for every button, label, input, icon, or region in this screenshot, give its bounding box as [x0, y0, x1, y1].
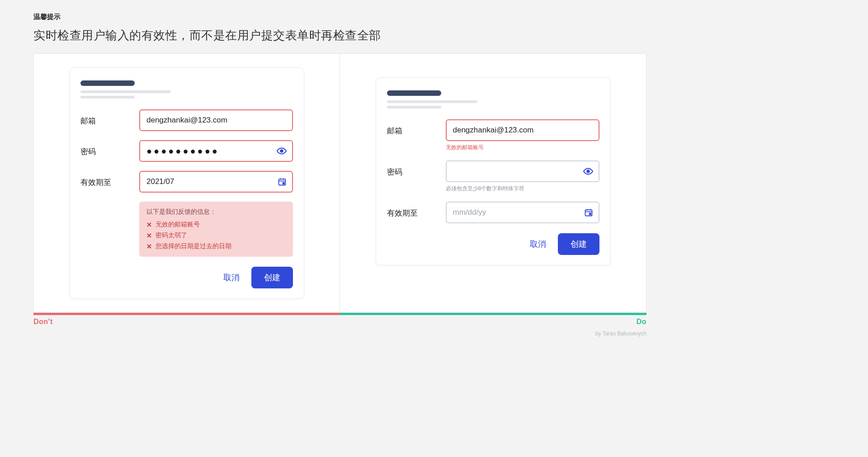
cancel-button[interactable]: 取消 — [223, 272, 240, 283]
svg-rect-5 — [589, 213, 590, 215]
calendar-icon[interactable] — [584, 208, 593, 217]
error-text: 密码太弱了 — [156, 231, 187, 240]
svg-rect-2 — [283, 183, 284, 184]
password-field[interactable] — [446, 160, 599, 182]
do-panel: 邮箱 dengzhankai@123.com 无效的邮箱账号 密码 — [340, 54, 646, 312]
calendar-icon[interactable] — [278, 177, 287, 186]
email-inline-error: 无效的邮箱账号 — [446, 144, 599, 151]
card-subtitle-placeholder — [80, 90, 293, 99]
error-summary-item: 无效的邮箱账号 — [146, 221, 286, 229]
svg-point-0 — [280, 150, 283, 152]
email-field[interactable]: dengzhankai@123.com — [139, 109, 293, 131]
password-field[interactable]: ●●●●●●●●●● — [139, 140, 293, 162]
email-field[interactable]: dengzhankai@123.com — [446, 119, 599, 141]
dont-underline — [33, 313, 340, 315]
error-text: 无效的邮箱账号 — [156, 221, 200, 229]
expiry-field[interactable]: 2021/07 — [139, 171, 293, 193]
password-helper-text: 必须包含至少8个数字和特殊字符 — [446, 185, 599, 193]
card-subtitle-placeholder — [387, 100, 599, 108]
error-summary-box: 以下是我们反馈的信息： 无效的邮箱账号 密码太弱了 您选择的日期是过去的日期 — [139, 202, 293, 257]
byline: by Taras Bakusevych — [33, 330, 646, 337]
legend-do: Do — [637, 318, 646, 326]
error-summary-item: 您选择的日期是过去的日期 — [146, 242, 286, 250]
create-button[interactable]: 创建 — [558, 233, 599, 255]
email-value: dengzhankai@123.com — [453, 126, 534, 135]
tip-label: 温馨提示 — [33, 13, 646, 21]
error-summary-title: 以下是我们反馈的信息： — [146, 208, 286, 216]
do-form-card: 邮箱 dengzhankai@123.com 无效的邮箱账号 密码 — [376, 77, 611, 265]
eye-icon[interactable] — [583, 166, 593, 176]
password-label: 密码 — [387, 160, 446, 177]
error-summary-item: 密码太弱了 — [146, 231, 286, 240]
svg-point-3 — [587, 170, 590, 173]
expiry-field[interactable]: mm/dd/yy — [446, 202, 599, 223]
expiry-placeholder: mm/dd/yy — [453, 208, 486, 217]
expiry-label: 有效期至 — [80, 171, 139, 188]
dont-panel: 邮箱 dengzhankai@123.com 密码 ●●●●●●●●●● — [34, 54, 340, 312]
email-value: dengzhankai@123.com — [146, 116, 227, 125]
expiry-label: 有效期至 — [387, 202, 446, 218]
error-text: 您选择的日期是过去的日期 — [156, 242, 231, 250]
dont-form-card: 邮箱 dengzhankai@123.com 密码 ●●●●●●●●●● — [69, 67, 304, 299]
cancel-button[interactable]: 取消 — [530, 239, 546, 250]
card-title-placeholder — [80, 80, 135, 86]
do-underline — [340, 313, 646, 315]
card-title-placeholder — [387, 90, 441, 96]
create-button[interactable]: 创建 — [251, 267, 293, 288]
eye-icon[interactable] — [277, 146, 287, 156]
password-label: 密码 — [80, 140, 139, 157]
expiry-value: 2021/07 — [146, 177, 174, 186]
email-label: 邮箱 — [387, 119, 446, 136]
legend-dont: Don't — [33, 318, 53, 326]
page-heading: 实时检查用户输入的有效性，而不是在用户提交表单时再检查全部 — [33, 28, 646, 43]
email-label: 邮箱 — [80, 109, 139, 126]
comparison-container: 邮箱 dengzhankai@123.com 密码 ●●●●●●●●●● — [33, 53, 646, 313]
legend-bars — [33, 313, 646, 315]
password-value-masked: ●●●●●●●●●● — [146, 146, 219, 156]
